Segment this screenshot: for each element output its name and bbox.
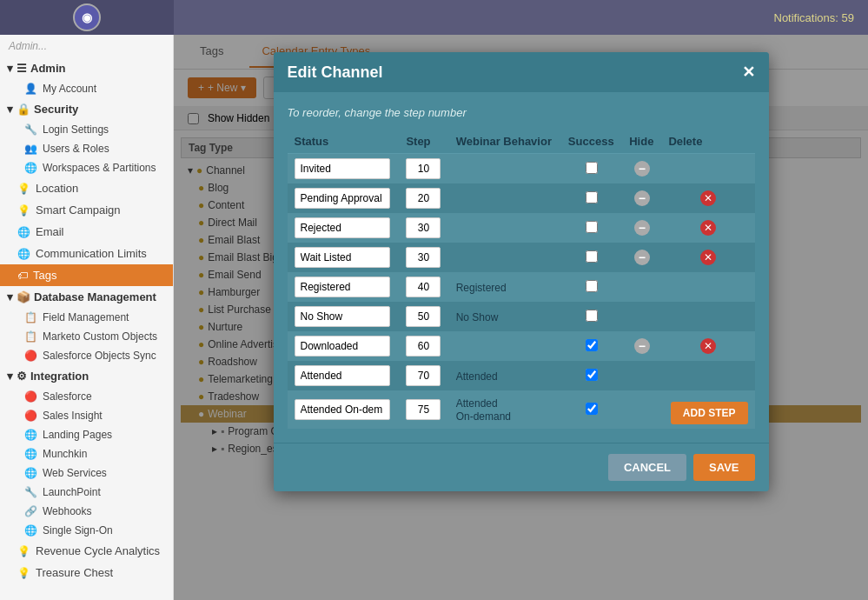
sidebar-item-sso[interactable]: 🌐 Single Sign-On	[0, 521, 173, 540]
expand-icon: ▾	[7, 103, 13, 116]
sidebar-item-salesforce-sync[interactable]: 🔴 Salesforce Objects Sync	[0, 346, 173, 365]
step-input-downloaded[interactable]	[406, 336, 441, 357]
sidebar-label: Salesforce Objects Sync	[43, 350, 156, 362]
hide-button-pending-approval[interactable]: −	[634, 190, 650, 206]
sidebar-item-tags[interactable]: 🏷 Tags	[0, 264, 173, 286]
step-input-no-show[interactable]	[406, 306, 441, 327]
success-checkbox-no-show[interactable]	[586, 310, 598, 322]
step-input-attended-on-dem[interactable]	[406, 399, 441, 420]
modal-scroll-area[interactable]: Status Step Webinar Behavior Success Hid…	[288, 130, 755, 429]
sidebar-item-smart-campaign[interactable]: 💡 Smart Campaign	[0, 199, 173, 221]
status-input-registered[interactable]	[295, 277, 390, 297]
hide-button-invited[interactable]: −	[634, 161, 650, 177]
link-icon: 🔗	[24, 505, 37, 517]
sidebar-item-communication[interactable]: 🌐 Communication Limits	[0, 243, 173, 264]
sidebar-item-treasure-chest[interactable]: 💡 Treasure Chest	[0, 562, 173, 583]
sidebar-item-salesforce[interactable]: 🔴 Salesforce	[0, 387, 173, 406]
step-input-rejected[interactable]	[406, 217, 441, 238]
sidebar-group-admin[interactable]: ▾ ☰ Admin	[0, 57, 173, 79]
step-input-registered[interactable]	[406, 277, 441, 297]
sidebar-group-database[interactable]: ▾ 📦 Database Management	[0, 286, 173, 308]
globe-icon: 🌐	[24, 467, 37, 479]
success-checkbox-wait-listed[interactable]	[586, 250, 598, 263]
sidebar-item-launchpoint[interactable]: 🔧 LaunchPoint	[0, 483, 173, 502]
step-input-invited[interactable]	[406, 158, 441, 179]
success-checkbox-registered[interactable]	[586, 280, 598, 292]
sidebar-label: Webhooks	[43, 505, 91, 517]
sidebar-label: LaunchPoint	[43, 486, 101, 498]
salesforce-icon: 🔴	[24, 390, 37, 403]
globe-icon: 🌐	[24, 448, 37, 460]
status-input-downloaded[interactable]	[295, 336, 390, 357]
success-checkbox-attended[interactable]	[586, 369, 598, 381]
step-input-pending-approval[interactable]	[406, 188, 441, 209]
webinar-behavior-attended: Attended	[456, 370, 498, 383]
sidebar-group-integration[interactable]: ▾ ⚙ Integration	[0, 365, 173, 387]
modal-overlay: Edit Channel ✕ To reorder, change the st…	[174, 35, 868, 600]
wrench-icon: 🔧	[24, 486, 37, 498]
table-row: Attended	[288, 361, 755, 390]
sidebar-item-landing-pages[interactable]: 🌐 Landing Pages	[0, 425, 173, 444]
expand-icon: ▾	[7, 290, 13, 303]
sidebar-label: Salesforce	[43, 390, 92, 403]
sidebar-label: Field Management	[43, 311, 129, 323]
status-input-attended[interactable]	[295, 365, 390, 386]
sidebar-item-sales-insight[interactable]: 🔴 Sales Insight	[0, 406, 173, 425]
sidebar-item-web-services[interactable]: 🌐 Web Services	[0, 463, 173, 483]
globe-icon: 🌐	[17, 226, 30, 238]
modal-close-button[interactable]: ✕	[742, 63, 755, 82]
cancel-button[interactable]: CANCEL	[608, 454, 686, 481]
webinar-behavior-registered: Registered	[456, 282, 507, 294]
table-row: −✕	[288, 183, 755, 213]
webinar-behavior-attended-on-dem: Attended On-demand	[456, 397, 511, 423]
hide-button-downloaded[interactable]: −	[634, 338, 650, 354]
save-button[interactable]: SAVE	[693, 454, 754, 481]
step-input-attended[interactable]	[406, 365, 441, 386]
sidebar-label: Users & Roles	[43, 143, 109, 155]
status-input-invited[interactable]	[295, 158, 390, 179]
col-hide: Hide	[622, 130, 661, 154]
edit-channel-modal: Edit Channel ✕ To reorder, change the st…	[274, 52, 769, 491]
delete-button-pending-approval[interactable]: ✕	[700, 190, 716, 206]
success-checkbox-downloaded[interactable]	[586, 339, 598, 351]
sidebar-item-workspaces[interactable]: 🌐 Workspaces & Partitions	[0, 158, 173, 177]
success-checkbox-attended-on-dem[interactable]	[586, 403, 598, 415]
sidebar-group-security[interactable]: ▾ 🔒 Security	[0, 98, 173, 120]
delete-button-rejected[interactable]: ✕	[700, 220, 716, 236]
globe-icon: 🌐	[24, 162, 37, 174]
sidebar-item-users-roles[interactable]: 👥 Users & Roles	[0, 139, 173, 158]
wrench-icon: 🔧	[24, 123, 37, 136]
sidebar-item-location[interactable]: 💡 Location	[0, 177, 173, 199]
sidebar-item-revenue-cycle[interactable]: 💡 Revenue Cycle Analytics	[0, 540, 173, 562]
integration-icon: ⚙	[17, 370, 27, 383]
status-input-no-show[interactable]	[295, 306, 390, 327]
step-input-wait-listed[interactable]	[406, 247, 441, 268]
logo: ◉	[0, 0, 174, 35]
hide-button-wait-listed[interactable]: −	[634, 250, 650, 265]
status-input-attended-on-dem[interactable]	[295, 399, 390, 420]
sidebar-item-field-management[interactable]: 📋 Field Management	[0, 308, 173, 327]
hide-button-rejected[interactable]: −	[634, 220, 650, 236]
success-checkbox-rejected[interactable]	[586, 221, 598, 233]
status-input-rejected[interactable]	[295, 217, 390, 238]
globe-icon: 🌐	[17, 248, 30, 260]
col-success: Success	[561, 130, 622, 154]
delete-button-downloaded[interactable]: ✕	[700, 338, 716, 354]
sidebar-item-webhooks[interactable]: 🔗 Webhooks	[0, 502, 173, 521]
table-row: −	[288, 154, 755, 184]
sidebar-item-marketo-objects[interactable]: 📋 Marketo Custom Objects	[0, 327, 173, 346]
add-step-button[interactable]: ADD STEP	[671, 402, 748, 424]
sidebar-item-login-settings[interactable]: 🔧 Login Settings	[0, 120, 173, 139]
modal-footer: CANCEL SAVE	[274, 443, 769, 491]
sidebar-item-email[interactable]: 🌐 Email	[0, 221, 173, 243]
sidebar-item-munchkin[interactable]: 🌐 Munchkin	[0, 444, 173, 463]
status-input-wait-listed[interactable]	[295, 247, 390, 268]
delete-button-wait-listed[interactable]: ✕	[700, 250, 716, 265]
table-row: Registered	[288, 272, 755, 302]
success-checkbox-invited[interactable]	[586, 162, 598, 174]
success-checkbox-pending-approval[interactable]	[586, 191, 598, 203]
status-input-pending-approval[interactable]	[295, 188, 390, 209]
table-row: −✕	[288, 213, 755, 243]
sidebar-item-my-account[interactable]: 👤 My Account	[0, 79, 173, 98]
expand-icon: ▾	[7, 370, 13, 383]
